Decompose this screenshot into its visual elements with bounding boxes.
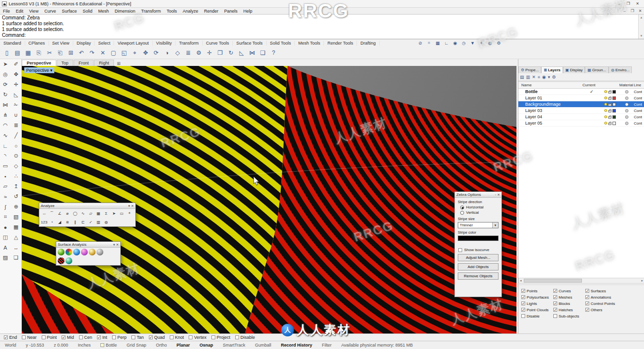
draft-angle-analysis-icon[interactable] — [81, 249, 88, 255]
open-file-icon[interactable]: ▤ — [13, 48, 22, 58]
lasso-select-icon[interactable]: ✐ — [11, 59, 21, 69]
layer-lock-icon[interactable] — [608, 116, 612, 119]
check-object-icon[interactable]: ✓ — [87, 218, 95, 226]
status-bar-item[interactable]: y -10.553 — [21, 343, 49, 348]
history-toggle-icon[interactable]: ◷ — [460, 40, 467, 46]
layer-material-icon[interactable] — [625, 122, 628, 125]
menu-item[interactable]: Curve — [41, 9, 59, 14]
osnap-option[interactable]: Project — [211, 335, 230, 340]
curvature-circle-icon[interactable]: ◔ — [48, 218, 56, 226]
layer-material-icon[interactable] — [625, 96, 628, 100]
layer-color-chip[interactable] — [612, 115, 616, 119]
maximize-button[interactable]: ❐ — [624, 1, 633, 6]
checkbox-icon[interactable] — [149, 335, 153, 339]
surface-analysis-floating-toolbar[interactable]: Surface Analysis ▾✕ — [56, 241, 121, 266]
selection-filter-option[interactable]: Others — [585, 307, 642, 313]
checkbox-icon[interactable] — [553, 314, 557, 318]
layer-lock-icon[interactable] — [608, 91, 612, 94]
table-row[interactable]: BackgroundImage ✓ Cont — [518, 101, 644, 108]
layer-visibility-bulb-icon[interactable] — [604, 115, 607, 118]
copy-object-icon[interactable]: ❐ — [215, 48, 225, 58]
layer-linetype[interactable]: Cont — [634, 115, 644, 119]
layer-lock-icon[interactable] — [608, 104, 612, 106]
fillet-tool-icon[interactable]: ◠ — [0, 120, 11, 130]
scroll-left-icon[interactable]: ◂ — [519, 279, 523, 283]
zebra-analysis-icon[interactable] — [65, 249, 72, 255]
analyze-toolbar-titlebar[interactable]: Analyze ▾✕ — [39, 203, 135, 209]
layer-tools-icon[interactable]: ⚙ — [552, 75, 556, 79]
column-current[interactable]: Current — [582, 83, 601, 87]
checkbox-icon[interactable] — [97, 335, 101, 339]
checkbox-icon[interactable] — [585, 289, 589, 293]
zebra-dialog-button[interactable]: Remove Objects — [458, 272, 499, 280]
new-file-icon[interactable]: ▯ — [2, 48, 12, 58]
mass-properties-icon[interactable]: Σ — [102, 209, 110, 217]
zebra-dialog-button[interactable]: Adjust Mesh... — [458, 254, 499, 261]
grid-toggle-icon[interactable]: ⌗ — [425, 40, 433, 46]
status-bar-item[interactable]: Record History — [276, 343, 317, 348]
toolbar-tab[interactable]: Mesh Tools — [295, 41, 324, 46]
emap-icon[interactable]: ◍ — [102, 218, 110, 226]
smarttrack-toggle-icon[interactable]: ✦ — [478, 40, 485, 46]
status-bar-item[interactable]: Grid Snap — [122, 343, 151, 348]
osnap-option[interactable]: Tan — [131, 335, 144, 340]
thickness-icon[interactable]: ≋ — [64, 218, 71, 226]
text-tool-icon[interactable]: A — [0, 242, 11, 253]
angle-icon[interactable]: ∠ — [56, 209, 64, 217]
panel-tab[interactable]: ▣ Display — [563, 66, 585, 73]
polygon-tool-icon[interactable]: ◇ — [11, 161, 21, 171]
layer-color-chip[interactable] — [612, 122, 616, 125]
status-bar-item[interactable]: Gumball — [250, 343, 276, 348]
point-coordinates-icon[interactable]: 123 — [40, 218, 48, 226]
close-icon[interactable]: ✕ — [116, 243, 119, 247]
checkbox-icon[interactable] — [189, 335, 193, 339]
radio-icon[interactable] — [460, 206, 464, 209]
layer-linetype[interactable]: Cont — [634, 109, 644, 113]
status-bar-item[interactable]: Filter — [317, 343, 337, 348]
checkbox-icon[interactable] — [235, 335, 239, 339]
status-bar-item[interactable]: Osnap — [195, 343, 218, 348]
panel-tab[interactable]: ▦ Groun... — [585, 66, 608, 73]
split-tool-icon[interactable]: ⋔ — [0, 110, 11, 120]
checkbox-icon[interactable] — [22, 335, 26, 339]
rectangle-tool-icon[interactable]: ▭ — [0, 161, 11, 171]
layer-linetype[interactable]: Cont — [634, 90, 644, 94]
status-bar-item[interactable]: SmartTrack — [218, 343, 250, 348]
one-layer-on-icon[interactable]: ◉ — [542, 75, 546, 79]
zebra-dialog-button[interactable]: Add Objects — [458, 263, 499, 270]
menu-item[interactable]: Render — [201, 9, 222, 14]
layer-color-chip[interactable] — [612, 103, 616, 106]
osnap-option[interactable]: Perp — [112, 335, 127, 340]
mesh-tool-icon[interactable]: ⌗ — [0, 212, 11, 222]
volume-icon[interactable]: ▦ — [95, 209, 102, 217]
move-icon[interactable]: ✛ — [205, 48, 214, 58]
direction-icon[interactable]: ➤ — [110, 209, 118, 217]
length-icon[interactable]: ⌒ — [48, 209, 56, 217]
point-tool-icon[interactable]: • — [0, 171, 11, 181]
osnap-option[interactable]: Disable — [235, 335, 255, 340]
checkbox-icon[interactable] — [211, 335, 215, 339]
show-isocurve-option[interactable]: Show isocurve — [458, 248, 501, 252]
osnap-option[interactable]: Vertex — [189, 335, 207, 340]
layer-material-icon[interactable] — [625, 115, 628, 119]
wireframe-view-icon[interactable]: ◇ — [173, 48, 182, 58]
layer-name[interactable]: Layer 03 — [518, 108, 582, 113]
column-name[interactable]: Name — [518, 83, 582, 87]
layer-visibility-bulb-icon[interactable] — [604, 103, 607, 106]
menu-item[interactable]: Help — [241, 9, 256, 14]
radio-icon[interactable] — [460, 211, 464, 215]
sphere-tool-icon[interactable]: ● — [0, 222, 11, 232]
gumball-toggle-icon[interactable]: ◉ — [451, 40, 459, 46]
zebra-options-titlebar[interactable]: Zebra Options ◦✕ — [455, 192, 501, 198]
layer-name[interactable]: Layer 04 — [518, 114, 582, 119]
stripe-color-swatch[interactable] — [458, 236, 499, 241]
ortho-toggle-icon[interactable]: ∟ — [443, 40, 450, 46]
selection-filter-option[interactable]: Point Clouds — [521, 307, 553, 313]
viewport-tab[interactable]: Front — [74, 60, 94, 66]
undo-icon[interactable]: ↶ — [77, 48, 86, 58]
panel-tab[interactable]: ⚙ Prope... — [518, 66, 541, 73]
checkbox-icon[interactable] — [458, 248, 462, 252]
zoom-tool-icon[interactable]: ◎ — [0, 69, 11, 79]
paste-icon[interactable]: ⊞ — [66, 48, 76, 58]
layer-list-header[interactable]: Name Current Material Line — [518, 82, 644, 89]
